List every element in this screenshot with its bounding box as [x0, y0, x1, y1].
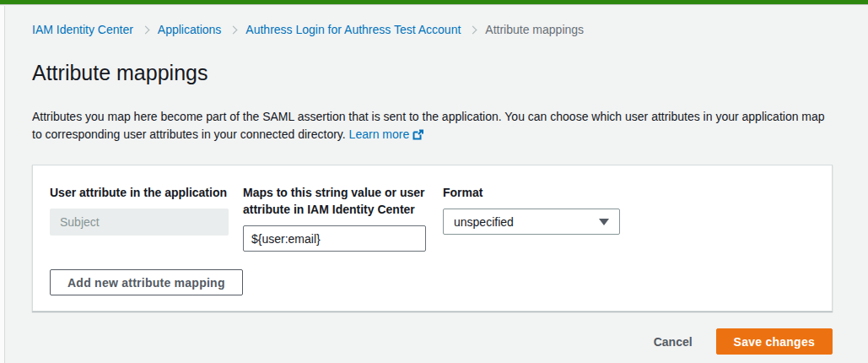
- footer-actions: Cancel Save changes: [32, 328, 833, 355]
- add-attribute-mapping-button[interactable]: Add new attribute mapping: [50, 269, 243, 295]
- page-description-text: Attributes you map here become part of t…: [32, 110, 825, 141]
- app-attribute-label: User attribute in the application: [50, 184, 229, 201]
- page-content: IAM Identity Center Applications Authres…: [32, 5, 834, 355]
- chevron-right-icon: [141, 25, 149, 34]
- column-format: Format unspecified: [443, 184, 620, 235]
- breadcrumb-application-name[interactable]: Authress Login for Authress Test Account: [245, 22, 461, 37]
- cancel-button[interactable]: Cancel: [654, 335, 693, 349]
- format-select[interactable]: unspecified: [443, 209, 620, 235]
- maps-to-label: Maps to this string value or user attrib…: [243, 184, 426, 218]
- breadcrumb-iam-identity-center[interactable]: IAM Identity Center: [32, 22, 133, 37]
- column-app-attribute: User attribute in the application: [50, 184, 229, 236]
- breadcrumb: IAM Identity Center Applications Authres…: [32, 5, 834, 37]
- maps-to-input[interactable]: [243, 225, 426, 252]
- column-maps-to: Maps to this string value or user attrib…: [243, 184, 426, 252]
- caret-down-icon: [599, 219, 609, 225]
- chevron-right-icon: [229, 25, 238, 34]
- format-label: Format: [443, 184, 620, 201]
- collapsed-side-panel: [0, 6, 5, 363]
- breadcrumb-applications[interactable]: Applications: [158, 22, 222, 37]
- chevron-right-icon: [469, 25, 477, 34]
- format-selected-value: unspecified: [454, 215, 514, 229]
- learn-more-label: Learn more: [349, 127, 410, 141]
- mapping-row: User attribute in the application Maps t…: [50, 184, 815, 252]
- attribute-mappings-card: User attribute in the application Maps t…: [32, 165, 833, 312]
- app-attribute-input: [50, 209, 229, 236]
- external-link-icon: [412, 127, 423, 145]
- page-title: Attribute mappings: [32, 60, 834, 85]
- learn-more-link[interactable]: Learn more: [349, 127, 424, 141]
- breadcrumb-current-page: Attribute mappings: [485, 22, 584, 37]
- save-changes-button[interactable]: Save changes: [716, 328, 833, 355]
- page-description: Attributes you map here become part of t…: [32, 108, 829, 145]
